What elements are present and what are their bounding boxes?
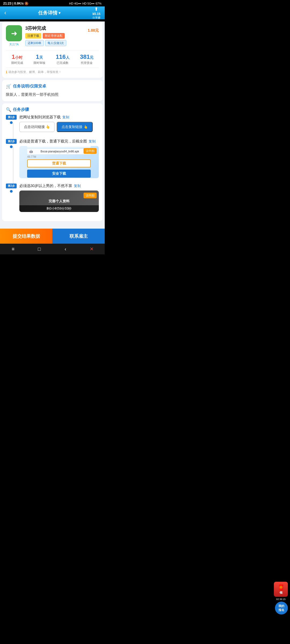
step-1-content: 把网址复制到浏览器下载 复制 点击访问链接 👆 点击复制链接 👆 <box>19 115 99 135</box>
steps-title: 🔍 任务步骤 <box>6 107 99 112</box>
step-2-content: 必须是普通下载，普通下载完，后截全图 复制 ◎ 正在通过外部网页下载此文件 🤖 … <box>19 139 99 179</box>
task-info: 3芬钟完成 注册下载 附近寻伴速配 还剩100单 每人仅做1次 <box>25 25 85 48</box>
task-icon: ➜ <box>6 25 22 41</box>
step-1-badge: 第1步 <box>6 115 17 120</box>
stat-label-time-limit: 限时完成 <box>11 61 23 65</box>
main-content: ➜ 关注TA 3芬钟完成 注册下载 附近寻伴速配 还剩100单 每人仅做1次 1… <box>0 21 105 229</box>
step-1: 第1步 把网址复制到浏览器下载 复制 点击访问链接 👆 点击复制链接 👆 <box>6 115 99 139</box>
step-list: 第1步 把网址复制到浏览器下载 复制 点击访问链接 👆 点击复制链接 👆 <box>6 115 99 217</box>
step-3-badge: 第3步 <box>6 184 17 188</box>
task-stats: 1小时 限时完成 1天 限时审核 116人 已完成数 381元 托管赏金 <box>6 50 99 68</box>
task-card: ➜ 关注TA 3芬钟完成 注册下载 附近寻伴速配 还剩100单 每人仅做1次 1… <box>2 21 103 78</box>
dl-header: ◎ 正在通过外部网页下载此文件 <box>27 146 91 148</box>
stat-label-escrow: 托管赏金 <box>80 61 94 65</box>
nav-home-button[interactable]: □ <box>34 246 45 252</box>
tag-register-download: 注册下载 <box>25 33 41 39</box>
step-3-image: 完善个人资料 剩0小时59分55秒 说明图 <box>19 191 99 212</box>
bottom-action-bar: 提交结果数据 联系雇主 <box>0 229 105 244</box>
step-1-num: 第1步 <box>6 115 17 135</box>
step-2-copy[interactable]: 复制 <box>89 139 96 144</box>
task-desc-content: 限新人，需要用另一部手机拍照 <box>6 92 99 97</box>
stat-num-people: 116人 <box>56 53 70 60</box>
step-3-num: 第3步 <box>6 184 17 213</box>
warning-icon: ℹ <box>6 70 7 74</box>
stat-num-days: 1天 <box>34 53 45 60</box>
contact-employer-button[interactable]: 联系雇主 <box>52 229 105 244</box>
step-2-dot <box>10 145 13 148</box>
step-3-explain-badge[interactable]: 说明图 <box>84 193 97 198</box>
tag-remaining-orders: 还剩100单 <box>25 40 44 46</box>
task-tags: 注册下载 附近寻伴速配 还剩100单 每人仅做1次 <box>25 33 85 46</box>
copy-link-button[interactable]: 点击复制链接 👆 <box>57 122 93 132</box>
task-header: ➜ 关注TA 3芬钟完成 注册下载 附近寻伴速配 还剩100单 每人仅做1次 1… <box>6 25 99 48</box>
back-button[interactable]: ‹ <box>4 10 6 16</box>
step-1-buttons: 点击访问链接 👆 点击复制链接 👆 <box>19 122 99 132</box>
remaining-time: 剩0小时59分55秒 <box>19 205 99 212</box>
task-icon-wrap: ➜ 关注TA <box>6 25 22 46</box>
stat-review-limit: 1天 限时审核 <box>34 53 45 65</box>
nav-menu-button[interactable]: ≡ <box>8 246 19 252</box>
stat-label-completed: 已完成数 <box>56 61 70 65</box>
stat-label-review-limit: 限时审核 <box>34 61 45 65</box>
tag-nearby-match: 附近寻伴速配 <box>43 33 65 39</box>
step-3: 第3步 必须选30岁以上男的，不然不算 复制 完善个人资料 剩0小时59分55秒… <box>6 184 99 217</box>
stat-num-hours: 1小时 <box>11 53 23 60</box>
step-1-text: 把网址复制到浏览器下载 复制 <box>19 115 99 120</box>
steps-icon: 🔍 <box>6 107 11 112</box>
step-3-copy[interactable]: 复制 <box>74 184 81 188</box>
step-2-image: ◎ 正在通过外部网页下载此文件 🤖 Bocai-pianaijiaoyou64_… <box>19 146 99 178</box>
step-2-explain-badge[interactable]: 说明图 <box>84 148 97 154</box>
dl-safe-download: 安全下载 <box>27 170 91 178</box>
share-earn-button[interactable]: ⬆ ¥0.15 分享赚 <box>92 6 100 20</box>
step-2: 第2步 必须是普通下载，普通下载完，后截全图 复制 ◎ 正在通过外部网页下载此文… <box>6 139 99 184</box>
visit-link-button[interactable]: 点击访问链接 👆 <box>19 122 55 132</box>
follow-ta-button[interactable]: 关注TA <box>9 42 19 46</box>
stat-num-escrow: 381元 <box>80 53 94 60</box>
task-description-card: 🛒 任务说明/仅限安卓 限新人，需要用另一部手机拍照 <box>2 80 103 101</box>
tag-once-per-person: 每人仅做1次 <box>45 40 66 46</box>
task-title: 3芬钟完成 <box>25 25 85 31</box>
status-bar: 21:23 | 0.9K/s 🔕 HD 4G▪▪▪ HD 5G▪▪▪ 67% <box>0 0 105 6</box>
header: ‹ 任务详情 ▾ ⬆ ¥0.15 分享赚 <box>0 6 105 19</box>
desc-icon: 🛒 <box>6 84 11 89</box>
share-icon: ⬆ <box>94 6 98 12</box>
task-desc-title: 🛒 任务说明/仅限安卓 <box>6 84 99 89</box>
dl-normal-download: 普通下载 <box>27 159 91 167</box>
step-3-content: 必须选30岁以上男的，不然不算 复制 完善个人资料 剩0小时59分55秒 说明图 <box>19 184 99 213</box>
step-3-dot <box>10 190 13 193</box>
stat-time-limit: 1小时 限时完成 <box>11 53 23 65</box>
stat-completed: 116人 已完成数 <box>56 53 70 65</box>
title-dropdown-arrow[interactable]: ▾ <box>59 11 60 15</box>
nav-close-button[interactable]: ✕ <box>86 246 97 252</box>
step-1-dot <box>10 121 13 124</box>
step-3-text: 必须选30岁以上男的，不然不算 复制 <box>19 184 99 188</box>
nav-back-button[interactable]: ‹ <box>60 246 71 252</box>
step-2-badge: 第2步 <box>6 139 17 144</box>
status-time-speed: 21:23 | 0.9K/s 🔕 <box>3 2 28 5</box>
task-steps-card: 🔍 任务步骤 第1步 把网址复制到浏览器下载 复制 点击访问链接 👆 点击 <box>2 103 103 221</box>
step-1-copy[interactable]: 复制 <box>62 115 69 120</box>
status-right: HD 4G▪▪▪ HD 5G▪▪▪ 67% <box>69 2 102 5</box>
header-title: 任务详情 ▾ <box>38 10 60 16</box>
dl-filename: 🤖 Bocai-pianaijiaoyou64_lin86.apk ✏ <box>27 149 91 154</box>
nav-bar: ≡ □ ‹ ✕ <box>0 244 105 254</box>
step-2-text: 必须是普通下载，普通下载完，后截全图 复制 <box>19 139 99 144</box>
task-warning: ℹ 请勿参与投资、赌博、刷单，举报有奖！ <box>6 70 99 74</box>
task-price: 1.00元 <box>88 25 99 34</box>
step-2-num: 第2步 <box>6 139 17 179</box>
stat-escrow: 381元 托管赏金 <box>80 53 94 65</box>
submit-result-button[interactable]: 提交结果数据 <box>0 229 52 244</box>
